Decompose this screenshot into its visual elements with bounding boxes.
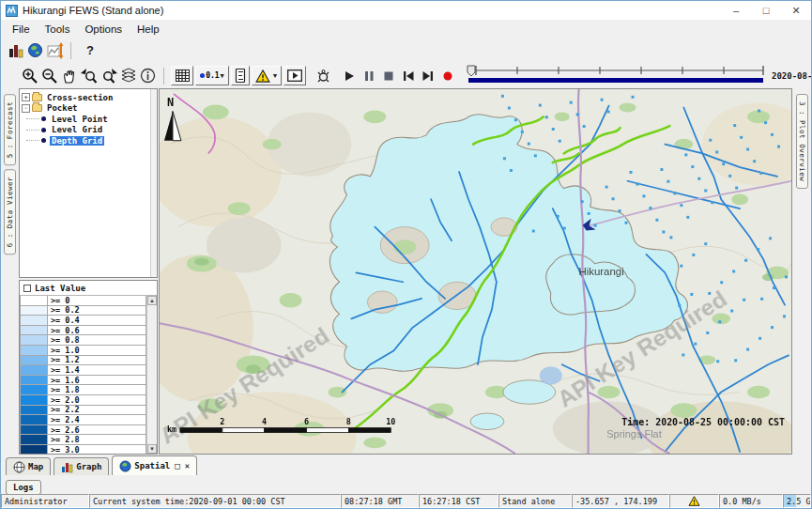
status-warning[interactable] (669, 494, 719, 508)
tab-plot-overview[interactable]: 3 : Plot Overview (796, 94, 808, 189)
tree-item-level-grid[interactable]: Level Grid (22, 125, 157, 136)
close-button[interactable]: ✕ (781, 1, 811, 20)
tree-connector (26, 140, 39, 141)
tab-close-icon[interactable]: ✕ (185, 461, 190, 470)
expand-icon[interactable]: + (22, 93, 30, 101)
town-label: Hikurangi (578, 266, 623, 277)
maximize-button[interactable]: □ (751, 1, 781, 20)
warning-threshold-dropdown[interactable]: ▼ (252, 66, 282, 85)
bar-chart-icon (61, 461, 73, 473)
legend-row[interactable]: >= 3.0 (20, 445, 146, 454)
tab-graph[interactable]: Graph (54, 457, 109, 475)
tree-connector (26, 118, 39, 119)
collapse-icon[interactable]: - (22, 104, 30, 113)
tab-maximize-icon[interactable]: □ (175, 461, 179, 470)
toolbar-separator (70, 42, 71, 59)
tab-label: Graph (76, 462, 101, 471)
layer-bullet-icon (41, 128, 46, 132)
tree-item-label[interactable]: Level Grid (50, 125, 104, 134)
record-movie-button[interactable] (437, 66, 457, 85)
measure-tool-icon[interactable] (314, 66, 333, 85)
current-time-label: 2020-08-25 00:00:00 CST (772, 71, 812, 81)
play-button[interactable] (339, 66, 359, 85)
svg-text:N: N (167, 96, 174, 109)
legend-panel: Last Value >= 0>= 0.2>= 0.4>= 0.6>= 0.8>… (19, 280, 158, 455)
animation-dialog-button[interactable] (283, 66, 306, 85)
svg-text:6: 6 (304, 417, 309, 426)
legend-color-swatch (20, 444, 48, 454)
status-user: Administrator (1, 494, 89, 508)
tree-item-label[interactable]: Level Point (50, 115, 110, 124)
info-icon[interactable] (138, 66, 158, 85)
threshold-value: 0.1 (206, 71, 219, 80)
zoom-out-icon[interactable] (39, 66, 59, 85)
tree-item-cross-section[interactable]: + Cross-section (22, 92, 157, 103)
tab-label: Spatial (134, 461, 170, 470)
longitudinal-profile-button[interactable] (231, 66, 250, 85)
layers-panel: + Cross-section - Pocket Level Point (18, 88, 159, 455)
tab-forecast[interactable]: 5 : Forecast (4, 94, 16, 165)
zoom-next-icon[interactable] (99, 66, 118, 85)
pan-hand-icon[interactable] (59, 66, 79, 85)
help-button[interactable]: ? (86, 43, 94, 57)
map-display-icon[interactable] (25, 40, 45, 60)
logs-button[interactable]: Logs (6, 480, 41, 495)
spatial-map[interactable]: API Key Required API Key Required N km (159, 88, 792, 455)
skip-to-start-button[interactable] (398, 66, 418, 85)
layer-bullet-icon (41, 138, 46, 143)
status-memory: 2.5 GB (783, 494, 811, 508)
last-value-label: Last Value (35, 284, 85, 293)
globe-grid-icon (13, 461, 25, 473)
profile-display-icon[interactable] (45, 40, 65, 60)
chevron-down-icon: ▼ (221, 72, 224, 80)
tab-map[interactable]: Map (6, 457, 51, 475)
tree-item-depth-grid[interactable]: Depth Grid (22, 135, 157, 147)
menu-help[interactable]: Help (130, 23, 167, 36)
svg-text:2: 2 (220, 417, 224, 426)
threshold-dot-icon (200, 73, 205, 78)
zoom-previous-icon[interactable] (79, 66, 99, 85)
status-download-rate: 0.0 MB/s (719, 494, 783, 508)
map-time-label: Time: 2020-08-25 00:00:00 CST (621, 417, 785, 427)
tree-item-label[interactable]: Pocket (45, 103, 80, 113)
svg-text:8: 8 (346, 417, 351, 426)
menu-tools[interactable]: Tools (38, 23, 78, 36)
tree-item-pocket[interactable]: - Pocket (22, 103, 157, 115)
explorer-icon[interactable] (6, 40, 25, 60)
warning-icon (688, 496, 700, 506)
pause-button[interactable] (359, 66, 378, 85)
skip-to-end-button[interactable] (418, 66, 437, 85)
menu-bar: File Tools Options Help (1, 20, 811, 38)
menu-file[interactable]: File (5, 23, 38, 36)
tree-item-label[interactable]: Cross-section (45, 93, 115, 102)
minimize-button[interactable]: – (721, 1, 751, 20)
tree-item-label-selected[interactable]: Depth Grid (50, 136, 104, 146)
status-local-time: 16:27:18 CST (419, 494, 498, 508)
layers-icon[interactable] (118, 66, 138, 85)
tree-item-level-point[interactable]: Level Point (22, 114, 157, 125)
main-toolbar: ? (1, 38, 811, 63)
tree-scrollbar[interactable] (150, 89, 157, 277)
layer-tree: + Cross-section - Pocket Level Point (19, 88, 158, 278)
scroll-down-icon[interactable]: ▼ (147, 444, 157, 454)
scroll-up-icon[interactable]: ▲ (147, 296, 157, 305)
last-value-checkbox[interactable] (23, 285, 31, 292)
legend-scrollbar[interactable]: ▲ ▼ (146, 296, 157, 454)
grid-display-button[interactable] (171, 66, 193, 85)
left-tab-strip: 5 : Forecast 6 : Data Viewer (1, 88, 18, 455)
tab-data-viewer[interactable]: 6 : Data Viewer (4, 169, 16, 254)
menu-options[interactable]: Options (77, 23, 130, 36)
tab-spatial[interactable]: Spatial □ ✕ (112, 455, 197, 475)
title-bar: Hikurangi FEWS (Stand alone) – □ ✕ (1, 1, 811, 20)
window-title: Hikurangi FEWS (Stand alone) (23, 5, 163, 16)
zoom-in-icon[interactable] (20, 66, 39, 85)
stop-button[interactable] (378, 66, 398, 85)
contour-threshold-dropdown[interactable]: 0.1 ▼ (195, 66, 229, 85)
locality-label: Springs Flat (606, 428, 661, 440)
folder-icon (32, 94, 42, 101)
time-slider[interactable] (465, 64, 767, 88)
chevron-down-icon: ▼ (272, 72, 279, 79)
tree-connector (26, 130, 39, 131)
folder-icon (32, 104, 42, 112)
status-gmt-time: 08:27:18 GMT (341, 494, 419, 508)
